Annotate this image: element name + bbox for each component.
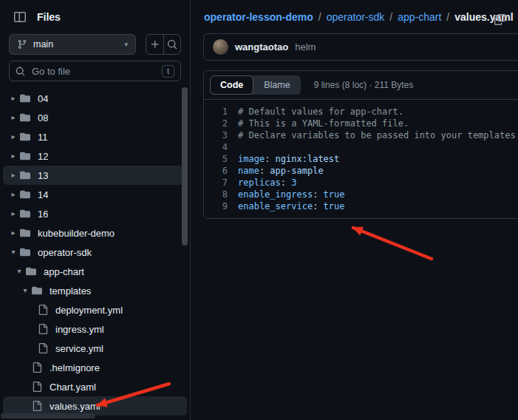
tab-blame[interactable]: Blame [253,75,300,95]
chevron-down-icon[interactable]: ▾ [13,268,25,275]
chevron-right-icon[interactable]: ▸ [7,114,19,121]
tree-item-08[interactable]: ▸08 [3,108,187,127]
chevron-down-icon[interactable]: ▾ [19,287,31,294]
vertical-scrollbar[interactable] [182,87,188,245]
line-number[interactable]: 7 [204,177,238,189]
go-to-file-field[interactable]: t [9,61,181,81]
tree-item-label: 12 [38,151,48,162]
breadcrumb-dir-link[interactable]: operator-sdk [327,11,385,23]
tree-item-label: ingress.yml [55,324,104,335]
tree-item-12[interactable]: ▸12 [3,146,187,166]
tree-item-16[interactable]: ▸16 [3,204,187,223]
code-line: 1# Default values for app-chart. [204,106,518,118]
breadcrumb-separator: / [318,11,321,23]
tree-item-kubebuilder-demo[interactable]: ▸kubebuilder-demo [3,223,187,243]
tab-code[interactable]: Code [210,75,253,95]
tree-item-label: deployment.yml [55,305,123,316]
tree-item-label: operator-sdk [38,247,92,258]
line-number[interactable]: 6 [204,165,238,177]
tree-item-label: 13 [38,170,48,181]
commit-message[interactable]: helm [295,41,316,52]
code-line: 6name: app-sample [204,165,518,177]
line-number[interactable]: 2 [204,118,238,129]
sidebar-panel-icon[interactable] [10,7,30,27]
file-icon [31,362,43,373]
chevron-right-icon[interactable]: ▸ [7,152,19,160]
code-text: name: app-sample [238,165,324,177]
code-text: # This is a YAML-formatted file. [238,118,409,129]
add-file-button[interactable] [146,35,163,54]
tree-item-chart-yaml[interactable]: Chart.yaml [3,377,187,396]
code-text: image: nginx:latest [238,153,339,165]
breadcrumb-repo-link[interactable]: operator-lesson-demo [204,11,313,23]
chevron-right-icon[interactable]: ▸ [7,191,19,198]
tree-item-templates[interactable]: ▾templates [3,281,187,300]
folder-icon [19,227,31,239]
latest-commit-bar: wangtaotao helm [203,33,518,61]
tree-item-ingress-yml[interactable]: ingress.yml [3,319,187,339]
line-number[interactable]: 4 [204,141,238,153]
chevron-down-icon[interactable]: ▾ [7,248,19,256]
tree-item-operator-sdk[interactable]: ▾operator-sdk [3,243,187,262]
tree-item-app-chart[interactable]: ▾app-chart [3,262,187,281]
keyboard-shortcut-badge: t [162,65,174,78]
code-text: # Default values for app-chart. [238,106,403,118]
go-to-file-input[interactable] [30,65,157,78]
search-icon [16,67,25,76]
chevron-down-icon: ▾ [124,41,128,48]
line-number[interactable]: 5 [204,153,238,165]
file-icon [31,400,43,412]
code-line: 3# Declare variables to be passed into y… [204,129,518,141]
breadcrumb: operator-lesson-demo / operator-sdk / ap… [191,0,518,23]
tree-item-label: Chart.yaml [50,382,96,393]
search-tree-button[interactable] [163,35,180,54]
folder-icon [19,131,31,143]
tree-item-label: 14 [38,189,48,200]
sidebar-header: Files [0,0,190,34]
tree-item-deployment-yml[interactable]: deployment.yml [3,300,187,319]
chevron-right-icon[interactable]: ▸ [7,172,19,179]
avatar[interactable] [213,39,228,55]
line-number[interactable]: 3 [204,129,238,141]
horizontal-scrollbar[interactable] [1,413,95,419]
tree-actions-group [146,34,181,55]
line-number[interactable]: 1 [204,106,238,118]
folder-icon [31,285,43,297]
code-line: 4 [204,141,518,153]
chevron-right-icon[interactable]: ▸ [7,229,19,237]
folder-icon [19,208,31,220]
tree-item-14[interactable]: ▸14 [3,185,187,204]
folder-icon [19,92,31,104]
line-number[interactable]: 9 [204,200,238,212]
code-text: enable_service: true [238,200,345,212]
code-lines: 1# Default values for app-chart.2# This … [204,99,518,218]
file-content-panel: Code Blame 9 lines (8 loc) · 211 Bytes 1… [203,70,518,219]
breadcrumb-separator: / [446,11,449,23]
folder-icon [19,112,31,123]
line-number[interactable]: 8 [204,189,238,200]
branch-row: main ▾ [0,34,190,61]
folder-icon [19,169,31,181]
tree-item-helmignore[interactable]: .helmignore [3,358,187,377]
chevron-right-icon[interactable]: ▸ [7,133,19,140]
tree-item-label: 08 [38,112,48,123]
goto-row: t [0,61,190,87]
tree-item-04[interactable]: ▸04 [3,89,187,108]
copy-path-icon[interactable] [491,11,508,27]
tree-item-label: kubebuilder-demo [38,228,115,239]
branch-selector[interactable]: main ▾ [9,34,136,55]
code-line: 2# This is a YAML-formatted file. [204,118,518,129]
tree-item-13[interactable]: ▸13 [3,166,187,185]
chevron-right-icon[interactable]: ▸ [7,95,19,102]
breadcrumb-dir-link[interactable]: app-chart [398,11,441,23]
file-icon [31,381,43,393]
file-icon [37,323,49,335]
chevron-right-icon[interactable]: ▸ [7,210,19,217]
tree-item-service-yml[interactable]: service.yml [3,339,187,358]
commit-author[interactable]: wangtaotao [235,41,288,52]
file-explorer-sidebar: Files main ▾ t ▸04▸08▸11▸12▸13▸14 [0,0,191,420]
code-line: 5image: nginx:latest [204,153,518,165]
tree-item-11[interactable]: ▸11 [3,127,187,146]
page: { "colors": { "annotation": "#e8301c", "… [0,0,518,420]
file-icon [37,342,49,354]
